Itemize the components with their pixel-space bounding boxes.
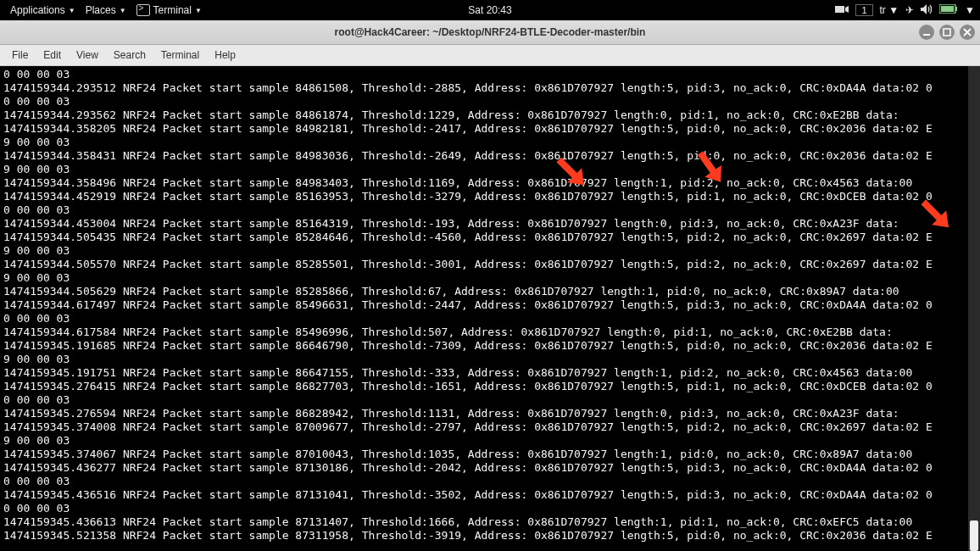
minimize-button[interactable] [919,25,934,40]
places-menu[interactable]: Places ▼ [81,4,131,16]
svg-rect-1 [941,6,954,12]
menu-edit[interactable]: Edit [36,47,68,63]
scrollbar-vertical[interactable] [968,66,980,551]
chevron-down-icon: ▼ [69,7,75,14]
terminal-area: 0 00 00 03 1474159344.293512 NRF24 Packe… [0,66,980,551]
terminal-menu-bar: File Edit View Search Terminal Help [0,45,980,66]
menu-view-label: View [76,49,98,61]
window-title: root@Hack4Career: ~/Desktop/NRF24-BTLE-D… [335,26,646,38]
terminal-icon [136,4,150,16]
airplane-mode-icon[interactable]: ✈ [905,4,914,16]
menu-view[interactable]: View [70,47,105,63]
applications-menu-label: Applications [10,4,65,16]
clock[interactable]: Sat 20:43 [468,4,511,16]
terminal-launcher[interactable]: Terminal ▼ [131,4,207,16]
clock-text: Sat 20:43 [468,4,511,16]
menu-help-label: Help [214,49,236,61]
menu-edit-label: Edit [43,49,61,61]
workspace-number: 1 [861,5,866,15]
chevron-down-icon: ▼ [195,7,202,14]
terminal-output[interactable]: 0 00 00 03 1474159344.293512 NRF24 Packe… [0,66,968,551]
chevron-down-icon: ▼ [888,4,899,16]
close-button[interactable] [960,25,975,40]
menu-file[interactable]: File [5,47,35,63]
svg-rect-3 [923,34,930,36]
titlebar-controls [919,25,975,40]
volume-icon[interactable] [921,4,933,17]
menu-terminal-label: Terminal [161,49,199,61]
menu-file-label: File [12,49,28,61]
menu-terminal[interactable]: Terminal [154,47,206,63]
svg-rect-2 [955,7,957,11]
scrollbar-thumb[interactable] [970,520,978,551]
battery-icon[interactable] [939,4,958,16]
desktop-top-panel: Applications ▼ Places ▼ Terminal ▼ Sat 2… [0,0,980,20]
keyboard-layout-text: tr [880,4,886,16]
keyboard-layout-indicator[interactable]: tr ▼ [880,4,899,16]
terminal-launcher-label: Terminal [153,4,192,16]
workspace-indicator[interactable]: 1 [855,4,872,16]
chevron-down-icon[interactable]: ▼ [965,4,975,16]
window-titlebar: root@Hack4Career: ~/Desktop/NRF24-BTLE-D… [0,20,980,45]
places-menu-label: Places [86,4,116,16]
maximize-button[interactable] [939,25,955,40]
status-area: 1 tr ▼ ✈ ▼ [835,4,975,17]
menu-search-label: Search [114,49,146,61]
menu-help[interactable]: Help [208,47,242,63]
applications-menu[interactable]: Applications ▼ [5,4,81,16]
svg-rect-4 [944,29,950,36]
camera-icon[interactable] [835,4,849,17]
chevron-down-icon: ▼ [120,7,126,14]
menu-search[interactable]: Search [107,47,153,63]
